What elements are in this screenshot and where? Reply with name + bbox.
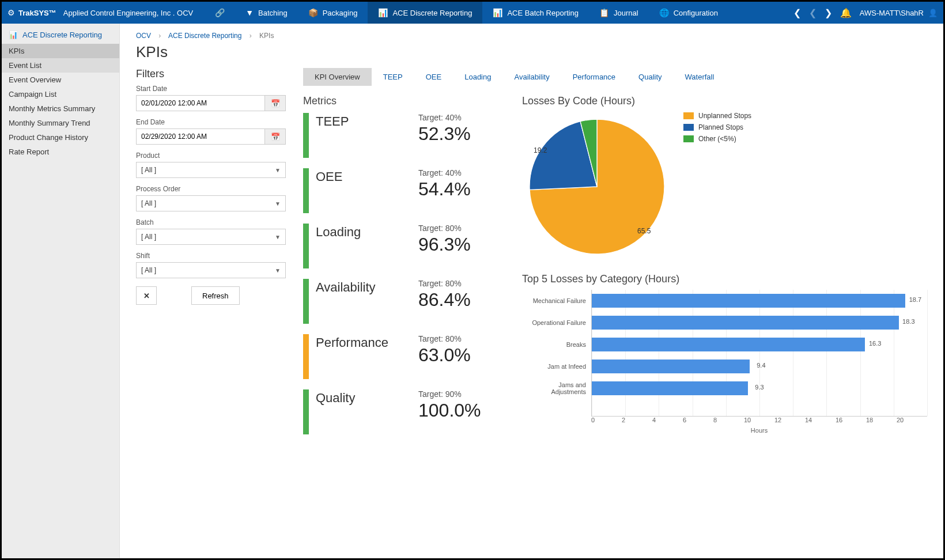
metric-name: Loading — [316, 224, 361, 255]
x-tick-label: 16 — [836, 417, 866, 423]
metric-quality: Quality Target: 90% 100.0% — [303, 389, 499, 434]
bar-value-label: 16.3 — [869, 340, 881, 347]
metric-value: 86.4% — [418, 289, 499, 311]
tab-bar: KPI OverviewTEEPOEELoadingAvailabilityPe… — [303, 68, 927, 86]
user-icon: 👤 — [928, 9, 938, 17]
metric-teep: TEEP Target: 40% 52.3% — [303, 113, 499, 158]
nav-prev-disabled-icon: ❮ — [809, 7, 817, 18]
breadcrumb-root[interactable]: OCV — [136, 32, 151, 40]
filters-panel: Filters Start Date 📅 End Date 📅 — [136, 68, 286, 445]
metric-value: 63.0% — [418, 345, 499, 366]
batch-select[interactable]: [ All ] ▼ — [136, 229, 286, 245]
bar-category-label: Jam at Infeed — [523, 363, 589, 370]
start-date-calendar-button[interactable]: 📅 — [265, 95, 286, 111]
batch-label: Batch — [136, 218, 286, 226]
chevron-down-icon: ▼ — [275, 234, 281, 240]
tab-loading[interactable]: Loading — [453, 68, 502, 86]
tab-availability[interactable]: Availability — [502, 68, 561, 86]
metric-name: Performance — [316, 334, 388, 366]
end-date-input[interactable] — [136, 128, 265, 145]
sidebar-item-event-overview[interactable]: Event Overview — [2, 73, 119, 87]
nav-item-batching[interactable]: ▼Batching — [235, 2, 297, 24]
metrics-heading: Metrics — [303, 95, 499, 107]
product-label: Product — [136, 152, 286, 160]
bar-x-axis-label: Hours — [591, 427, 927, 434]
nav-item-journal[interactable]: 📋Journal — [589, 2, 649, 24]
bar-category-label: Breaks — [523, 341, 589, 348]
legend-swatch — [683, 124, 694, 131]
tab-kpi-overview[interactable]: KPI Overview — [303, 68, 372, 86]
tab-teep[interactable]: TEEP — [372, 68, 414, 86]
metrics-column: Metrics TEEP Target: 40% 52.3% OEE Targe… — [303, 95, 499, 445]
user-menu[interactable]: AWS-MATT\ShahR 👤 — [860, 9, 938, 17]
company-name: Applied Control Engineering, Inc . OCV — [63, 9, 193, 17]
clear-filters-button[interactable]: ✕ — [136, 286, 157, 305]
content-panel: KPI OverviewTEEPOEELoadingAvailabilityPe… — [303, 68, 927, 445]
gear-icon: ⚙ — [7, 8, 15, 17]
metric-name: TEEP — [316, 113, 349, 145]
box-icon: 📦 — [308, 8, 318, 17]
product-select[interactable]: [ All ] ▼ — [136, 162, 286, 178]
nav-item-packaging[interactable]: 📦Packaging — [298, 2, 368, 24]
start-date-label: Start Date — [136, 85, 286, 93]
x-tick-label: 10 — [744, 417, 774, 423]
chevron-down-icon: ▼ — [275, 200, 281, 207]
bar-row: Jams and Adjustments9.3 — [592, 377, 927, 399]
metric-value: 54.4% — [418, 179, 499, 200]
top-nav-items: 🔗▼Batching📦Packaging📊ACE Discrete Report… — [205, 2, 728, 24]
page-title: KPIs — [136, 43, 927, 61]
nav-item-ace-discrete-reporting[interactable]: 📊ACE Discrete Reporting — [368, 2, 482, 24]
nav-item-ace-batch-reporting[interactable]: 📊ACE Batch Reporting — [482, 2, 589, 24]
legend-item: Unplanned Stops — [683, 112, 751, 120]
start-date-input[interactable] — [136, 95, 265, 111]
legend-item: Other (<5%) — [683, 135, 751, 143]
nav-next-icon[interactable]: ❯ — [825, 7, 832, 18]
bar-chart: Mechanical Failure18.7Operational Failur… — [522, 290, 927, 434]
sidebar-item-kpis[interactable]: KPIs — [2, 44, 119, 58]
refresh-button[interactable]: Refresh — [191, 286, 240, 305]
bell-icon[interactable]: 🔔 — [840, 7, 852, 18]
nav-item-icon[interactable]: 🔗 — [205, 2, 235, 24]
sidebar-title[interactable]: 📊 ACE Discrete Reporting — [2, 26, 119, 44]
x-tick-label: 12 — [774, 417, 805, 423]
bar-chart-title: Top 5 Losses by Category (Hours) — [522, 273, 927, 285]
tab-performance[interactable]: Performance — [561, 68, 627, 86]
metric-oee: OEE Target: 40% 54.4% — [303, 168, 499, 213]
breadcrumb-section[interactable]: ACE Discrete Reporting — [168, 32, 241, 40]
metric-target: Target: 80% — [418, 224, 499, 233]
brand-name: TrakSYS™ — [18, 9, 56, 17]
metric-target: Target: 40% — [418, 113, 499, 122]
globe-icon: 🌐 — [659, 8, 669, 17]
chevron-down-icon: ▼ — [275, 267, 281, 274]
bars-icon: 📊 — [378, 8, 388, 17]
sidebar-item-event-list[interactable]: Event List — [2, 58, 119, 73]
pie-slice-label: 65.5 — [637, 227, 651, 235]
sidebar-item-product-change-history[interactable]: Product Change History — [2, 130, 119, 145]
tab-oee[interactable]: OEE — [414, 68, 453, 86]
bars-icon: 📊 — [493, 8, 502, 17]
sidebar-item-monthly-metrics-summary[interactable]: Monthly Metrics Summary — [2, 101, 119, 116]
metric-status-bar — [303, 279, 309, 324]
metric-status-bar — [303, 389, 309, 434]
end-date-calendar-button[interactable]: 📅 — [265, 128, 286, 145]
sidebar-item-campaign-list[interactable]: Campaign List — [2, 87, 119, 101]
filter-icon: ▼ — [245, 8, 254, 17]
x-tick-label: 8 — [713, 417, 744, 423]
nav-item-configuration[interactable]: 🌐Configuration — [649, 2, 728, 24]
bar-value-label: 9.3 — [755, 384, 763, 391]
pie-slice-label: 19.2 — [534, 146, 547, 154]
shift-label: Shift — [136, 252, 286, 260]
sidebar-item-monthly-summary-trend[interactable]: Monthly Summary Trend — [2, 116, 119, 130]
nav-prev-icon[interactable]: ❮ — [793, 7, 801, 18]
bars-icon: 📊 — [9, 31, 18, 39]
tab-waterfall[interactable]: Waterfall — [674, 68, 726, 86]
bar-row: Operational Failure18.3 — [592, 312, 927, 334]
sidebar-item-rate-report[interactable]: Rate Report — [2, 145, 119, 159]
metric-target: Target: 80% — [418, 279, 499, 288]
chevron-down-icon: ▼ — [275, 167, 281, 173]
tab-quality[interactable]: Quality — [627, 68, 673, 86]
metric-target: Target: 80% — [418, 334, 499, 343]
calendar-icon: 📅 — [271, 133, 280, 141]
process-order-select[interactable]: [ All ] ▼ — [136, 195, 286, 211]
shift-select[interactable]: [ All ] ▼ — [136, 262, 286, 278]
